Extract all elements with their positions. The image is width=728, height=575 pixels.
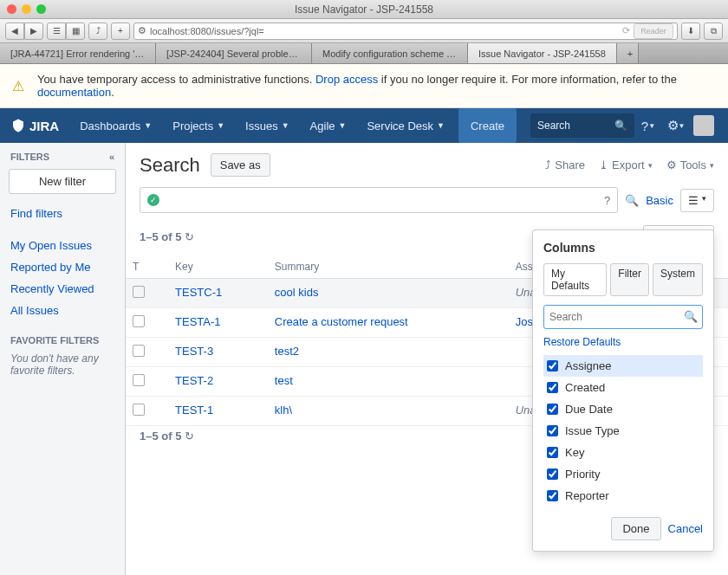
jira-navbar: JIRA Dashboards▼ Projects▼ Issues▼ Agile… [0, 108, 728, 143]
sidebar-toggle-button[interactable]: ☰ [47, 23, 66, 40]
popover-tab-system[interactable]: System [653, 263, 703, 296]
column-option[interactable]: Key [543, 442, 703, 463]
col-summary[interactable]: Summary [268, 255, 509, 279]
column-option[interactable]: Priority [543, 463, 703, 485]
popover-search-input[interactable] [543, 305, 703, 329]
browser-tab[interactable]: [JSP-242404] Several problems af… [156, 43, 312, 63]
nav-search[interactable]: Search 🔍 [530, 113, 634, 138]
drop-access-link[interactable]: Drop access [315, 73, 378, 86]
sidebar-recent[interactable]: Recently Viewed [0, 278, 125, 300]
reload-icon[interactable]: ⟳ [622, 25, 630, 36]
issue-key-link[interactable]: TESTA-1 [175, 315, 221, 328]
refresh-icon[interactable]: ↻ [185, 430, 194, 443]
column-checkbox[interactable] [547, 382, 558, 393]
column-label: Created [565, 381, 605, 394]
jql-input[interactable]: ✓ ? [140, 187, 618, 213]
share-button[interactable]: ⤴Share [545, 158, 585, 171]
popover-tab-mydefaults[interactable]: My Defaults [543, 263, 607, 296]
nav-dashboards[interactable]: Dashboards▼ [69, 108, 162, 143]
save-as-button[interactable]: Save as [211, 153, 270, 177]
window-titlebar: Issue Navigator - JSP-241558 [0, 0, 728, 19]
cancel-link[interactable]: Cancel [668, 522, 703, 535]
filters-heading: FILTERS [10, 152, 49, 162]
done-button[interactable]: Done [611, 517, 660, 540]
column-checkbox[interactable] [547, 490, 558, 501]
sidebar-reported[interactable]: Reported by Me [0, 256, 125, 278]
nav-agile[interactable]: Agile▼ [300, 108, 357, 143]
share-icon: ⤴ [545, 158, 551, 171]
minimize-window-button[interactable] [22, 4, 31, 14]
issue-summary-link[interactable]: klh\ [275, 404, 292, 417]
admin-gear-icon[interactable]: ⚙▼ [662, 112, 690, 139]
column-checkbox[interactable] [547, 468, 558, 480]
column-label: Assignee [565, 359, 611, 372]
share-browser-button[interactable]: ⤴ [88, 23, 107, 40]
col-type[interactable]: T [126, 255, 168, 279]
nav-issues[interactable]: Issues▼ [235, 108, 300, 143]
issue-summary-link[interactable]: test [275, 374, 293, 387]
warning-icon: ⚠ [10, 77, 27, 94]
issue-type-icon [133, 286, 145, 298]
nav-projects[interactable]: Projects▼ [162, 108, 235, 143]
column-label: Issue Type [565, 424, 620, 437]
column-checkbox[interactable] [547, 360, 558, 371]
topsites-button[interactable]: ▦ [66, 23, 85, 40]
refresh-icon[interactable]: ↻ [185, 230, 194, 243]
reader-button[interactable]: Reader [634, 23, 673, 39]
issue-summary-link[interactable]: Create a customer request [275, 315, 408, 328]
browser-tab[interactable]: [JRA-44721] Error rendering 'mul… [0, 43, 156, 63]
issue-key-link[interactable]: TEST-3 [175, 345, 213, 358]
view-toggle[interactable]: ☰▾ [680, 189, 714, 212]
browser-tab[interactable]: Modify configuration scheme cont… [312, 43, 468, 63]
downloads-button[interactable]: ⬇ [681, 23, 700, 40]
jira-logo[interactable]: JIRA [10, 118, 59, 133]
column-checkbox[interactable] [547, 404, 558, 415]
basic-mode-link[interactable]: Basic [646, 194, 673, 207]
column-option[interactable]: Issue Type [543, 420, 703, 442]
sidebar-all[interactable]: All Issues [0, 300, 125, 321]
pager-top: 1–5 of 5 ↻ [140, 230, 194, 243]
close-window-button[interactable] [7, 4, 16, 14]
maximize-window-button[interactable] [36, 4, 46, 14]
restore-defaults-link[interactable]: Restore Defaults [543, 336, 703, 348]
issue-key-link[interactable]: TEST-1 [175, 404, 213, 417]
search-run-icon[interactable]: 🔍 [625, 194, 639, 207]
documentation-link[interactable]: documentation [37, 86, 111, 99]
issue-summary-link[interactable]: test2 [275, 345, 299, 358]
browser-tab-active[interactable]: Issue Navigator - JSP-241558 [468, 43, 617, 63]
export-icon: ⤓ [599, 158, 608, 171]
create-button[interactable]: Create [458, 108, 517, 143]
help-icon[interactable]: ?▼ [634, 112, 662, 139]
column-option[interactable]: Assignee [543, 355, 703, 377]
jql-help-icon[interactable]: ? [604, 194, 610, 207]
sidebar-my-open[interactable]: My Open Issues [0, 235, 125, 256]
url-text: localhost:8080/issues/?jql= [150, 26, 264, 36]
new-filter-button[interactable]: New filter [9, 169, 116, 194]
forward-button[interactable]: ▶ [24, 23, 43, 40]
export-button[interactable]: ⤓Export▾ [599, 158, 653, 171]
column-checkbox[interactable] [547, 425, 558, 436]
column-option[interactable]: Created [543, 377, 703, 398]
issue-summary-link[interactable]: cool kids [275, 286, 319, 299]
column-option[interactable]: Reporter [543, 485, 703, 507]
column-checkbox[interactable] [547, 447, 558, 458]
url-bar[interactable]: ⚙ localhost:8080/issues/?jql= ⟳ Reader [133, 23, 678, 40]
column-option[interactable]: Due Date [543, 398, 703, 420]
collapse-sidebar-icon[interactable]: « [109, 152, 114, 162]
popover-tab-filter[interactable]: Filter [610, 263, 649, 296]
user-avatar[interactable] [690, 112, 718, 139]
tabs-button[interactable]: ⧉ [704, 23, 723, 40]
issue-key-link[interactable]: TEST-2 [175, 374, 213, 387]
add-bookmark-button[interactable]: + [111, 23, 130, 40]
find-filters-link[interactable]: Find filters [0, 203, 125, 224]
column-label: Priority [565, 468, 600, 481]
tools-button[interactable]: ⚙Tools▾ [666, 158, 714, 171]
new-tab-button[interactable]: + [617, 43, 639, 63]
back-button[interactable]: ◀ [5, 23, 24, 40]
col-key[interactable]: Key [168, 255, 268, 279]
issue-type-icon [133, 345, 145, 357]
issue-key-link[interactable]: TESTC-1 [175, 286, 222, 299]
jira-icon [10, 118, 26, 133]
nav-servicedesk[interactable]: Service Desk▼ [356, 108, 455, 143]
popover-title: Columns [543, 241, 703, 255]
